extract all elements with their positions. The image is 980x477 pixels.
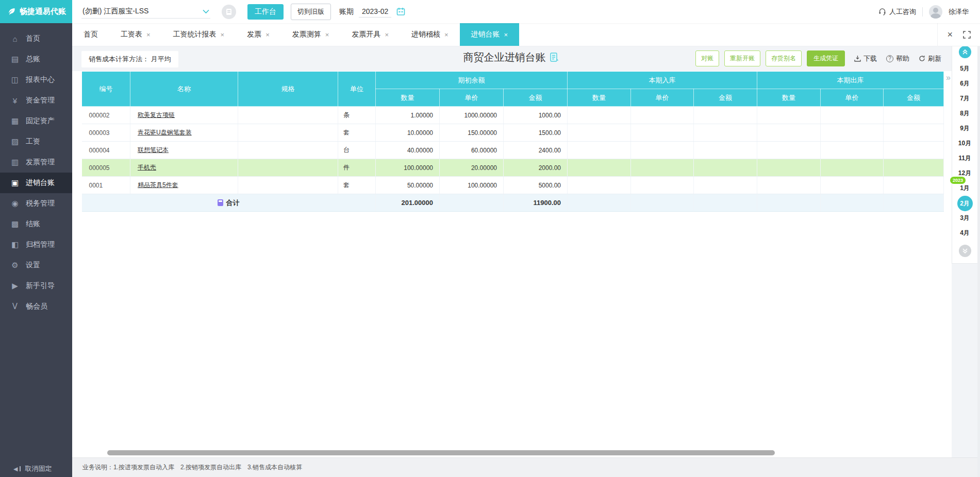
ledger-icon: ▤ [10, 55, 20, 64]
download-button[interactable]: 下载 [854, 54, 877, 63]
workbench-button[interactable]: 工作台 [247, 4, 284, 20]
month-item-10月[interactable]: 10月 [952, 136, 977, 151]
cell-open_qty: 50.00000 [376, 177, 440, 194]
tab-close-icon[interactable]: × [325, 31, 329, 39]
cell-open_price: 100.00000 [440, 177, 504, 194]
refresh-button[interactable]: 刷新 [919, 54, 941, 63]
account-book-icon[interactable] [222, 5, 236, 19]
sidebar-item-member[interactable]: Ⅴ畅会员 [0, 296, 72, 317]
tab-close-icon[interactable]: × [265, 31, 270, 39]
live-support-button[interactable]: 人工咨询 [878, 7, 916, 16]
month-item-9月[interactable]: 9月 [952, 121, 977, 136]
tab-进销稽核[interactable]: 进销稽核× [400, 23, 460, 46]
cell-in_price [631, 142, 694, 159]
tab-发票[interactable]: 发票× [236, 23, 281, 46]
unpin-sidebar-button[interactable]: ◀ 取消固定 [0, 461, 72, 477]
document-icon [550, 53, 558, 62]
item-name-link[interactable]: 联想笔记本 [138, 146, 169, 154]
cell-unit: 条 [338, 107, 376, 124]
close-tabs-icon[interactable]: × [947, 30, 953, 39]
item-name-link[interactable]: 青花瓷U盘钢笔套装 [138, 129, 192, 136]
tab-close-icon[interactable]: × [221, 31, 225, 39]
help-button[interactable]: ? 帮助 [886, 54, 909, 63]
tab-发票测算[interactable]: 发票测算× [281, 23, 341, 46]
guide-icon: ▶ [10, 281, 20, 291]
tab-首页[interactable]: 首页 [72, 23, 109, 46]
cell-in_amount [694, 142, 757, 159]
tab-进销台账[interactable]: 进销台账× [460, 23, 520, 46]
tab-label: 工资表 [121, 30, 142, 39]
tab-close-icon[interactable]: × [385, 31, 389, 39]
total-cell [694, 194, 757, 212]
tab-工资表[interactable]: 工资表× [109, 23, 162, 46]
generate-voucher-button[interactable]: 生成凭证 [807, 50, 845, 66]
month-item-5月[interactable]: 5月 [952, 61, 977, 76]
sidebar-item-home[interactable]: ⌂首页 [0, 28, 72, 49]
download-icon [854, 55, 861, 62]
switch-old-version-button[interactable]: 切到旧版 [291, 4, 331, 20]
item-name-link[interactable]: 手机壳 [138, 164, 156, 171]
refresh-icon [919, 55, 925, 62]
collapse-right-icon[interactable]: » [946, 73, 951, 82]
sidebar-item-label: 首页 [26, 34, 40, 43]
scroll-months-up-icon[interactable] [959, 46, 971, 58]
cell-out_qty [757, 142, 821, 159]
month-item-8月[interactable]: 8月 [952, 106, 977, 121]
item-name-link[interactable]: 精品茶具5件套 [138, 181, 178, 189]
tab-close-icon[interactable]: × [146, 31, 151, 39]
sidebar-item-guide[interactable]: ▶新手引导 [0, 276, 72, 296]
username[interactable]: 徐泽华 [949, 7, 969, 16]
reconcile-button[interactable]: 对账 [695, 50, 719, 66]
tab-发票开具[interactable]: 发票开具× [340, 23, 400, 46]
sidebar-item-closing[interactable]: ▩结账 [0, 214, 72, 234]
sidebar-item-funds[interactable]: ¥资金管理 [0, 90, 72, 111]
avatar[interactable] [929, 5, 942, 19]
live-support-label: 人工咨询 [889, 7, 916, 16]
month-item-11月[interactable]: 11月 [952, 151, 977, 166]
month-item-3月[interactable]: 3月 [952, 211, 977, 226]
cell-unit: 套 [338, 124, 376, 142]
settings-icon: ⚙ [10, 261, 20, 270]
cell-in_amount [694, 107, 757, 124]
tab-label: 进销稽核 [411, 30, 440, 39]
tab-close-icon[interactable]: × [444, 31, 449, 39]
footer-strip: 业务说明：1.按进项发票自动入库 2.按销项发票自动出库 3.销售成本自动核算 [72, 457, 980, 477]
table-panel: » 编号 名称 规格 单位 期初余额 本期入库 本期出库 数量 [72, 71, 952, 457]
scroll-months-down-icon[interactable] [959, 245, 971, 257]
month-item-7月[interactable]: 7月 [952, 91, 977, 106]
tab-close-icon[interactable]: × [504, 31, 508, 39]
account-selector[interactable]: (勿删) 江西服宝-LSS [81, 5, 210, 19]
inventory-alias-button[interactable]: 存货别名 [766, 50, 802, 66]
period-value[interactable]: 2023-02 [359, 6, 391, 18]
business-note: 业务说明：1.按进项发票自动入库 2.按销项发票自动出库 3.销售成本自动核算 [82, 464, 302, 471]
horizontal-scrollbar[interactable] [107, 450, 775, 455]
sidebar-item-fixed-assets[interactable]: ▦固定资产 [0, 111, 72, 131]
cell-out_price [821, 124, 884, 142]
sidebar-item-settings[interactable]: ⚙设置 [0, 255, 72, 276]
month-item-4月[interactable]: 4月 [952, 226, 977, 241]
sidebar-item-label: 结账 [26, 219, 40, 229]
download-label: 下载 [863, 54, 877, 63]
sidebar-item-invoice[interactable]: ▥发票管理 [0, 152, 72, 173]
cell-open_qty: 10.00000 [376, 124, 440, 142]
sidebar: ⌂首页▤总账◫报表中心¥资金管理▦固定资产▨工资▥发票管理▣进销台账◉税务管理▩… [0, 23, 72, 477]
cell-out_qty [757, 159, 821, 177]
page-scrollbar-track[interactable] [977, 23, 980, 477]
purchase-sale-ledger-icon: ▣ [10, 178, 20, 188]
calendar-icon[interactable] [396, 7, 405, 16]
tab-工资统计报表[interactable]: 工资统计报表× [162, 23, 236, 46]
sidebar-item-report[interactable]: ◫报表中心 [0, 70, 72, 90]
sidebar-item-salary[interactable]: ▨工资 [0, 131, 72, 152]
month-item-6月[interactable]: 6月 [952, 76, 977, 91]
item-name-link[interactable]: 欧美复古项链 [138, 111, 175, 118]
sidebar-item-archive[interactable]: ◧归档管理 [0, 234, 72, 255]
sidebar-item-tax[interactable]: ◉税务管理 [0, 193, 72, 214]
sidebar-item-label: 设置 [26, 261, 40, 270]
sidebar-item-purchase-sale-ledger[interactable]: ▣进销台账 [0, 173, 72, 193]
reopen-account-button[interactable]: 重新开账 [724, 50, 760, 66]
tab-label: 工资统计报表 [173, 30, 217, 39]
fullscreen-icon[interactable] [963, 31, 971, 39]
month-item-2月[interactable]: 2月 [952, 196, 977, 211]
sidebar-item-ledger[interactable]: ▤总账 [0, 49, 72, 70]
sub-header-amount: 金额 [884, 89, 944, 107]
